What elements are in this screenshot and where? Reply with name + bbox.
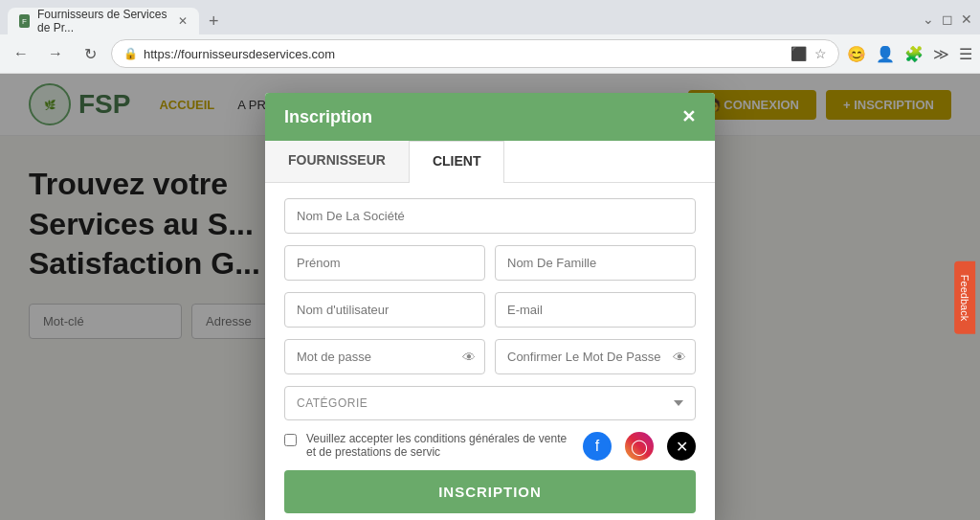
modal-overlay: Inscription ✕ FOURNISSEUR CLIENT: [0, 74, 980, 520]
restore-icon[interactable]: ◻: [942, 11, 953, 27]
twitter-icon[interactable]: ✕: [667, 432, 696, 461]
close-window-icon[interactable]: ✕: [961, 11, 972, 27]
modal-body: 👁 👁 CATÉGORIE Technologie Commerce Servi…: [265, 183, 715, 520]
categorie-select[interactable]: CATÉGORIE Technologie Commerce Services: [284, 386, 696, 420]
website-background: 🌿 FSP ACCUEIL A PROPOS DE FSP 🧑 CONNEXIO…: [0, 74, 980, 520]
account-icon[interactable]: 👤: [876, 45, 895, 63]
confirmer-input[interactable]: [495, 339, 696, 374]
username-email-row: [284, 292, 696, 328]
social-icons: f ◯ ✕: [583, 432, 696, 461]
extensions-icon[interactable]: 🧩: [904, 45, 924, 63]
submit-button[interactable]: INSCRIPTION: [284, 470, 696, 513]
url-text: https://fournisseurs​deservices.com: [144, 47, 785, 61]
facebook-icon[interactable]: f: [583, 432, 612, 461]
address-bar: ← → ↻ 🔒 https://fournisseurs​deservices.…: [0, 34, 980, 73]
password-toggle-icon[interactable]: 👁: [462, 350, 476, 365]
tab-title: Fournisseurs de Services de Pr...: [37, 8, 170, 34]
menu-icon[interactable]: ☰: [959, 45, 972, 63]
tab-fournisseur[interactable]: FOURNISSEUR: [265, 141, 409, 182]
tab-close-button[interactable]: ✕: [178, 14, 188, 28]
screenshot-icon[interactable]: ⬛: [791, 46, 807, 61]
browser-chrome: F Fournisseurs de Services de Pr... ✕ + …: [0, 0, 980, 74]
password-row: 👁 👁: [284, 339, 696, 374]
profile-icon[interactable]: 😊: [847, 45, 866, 63]
minimize-icon[interactable]: ⌄: [923, 11, 934, 27]
terms-label: Veuillez accepter les conditions général…: [306, 432, 571, 459]
tab-client[interactable]: CLIENT: [409, 141, 505, 183]
modal-title: Inscription: [284, 107, 372, 127]
nom-societe-input[interactable]: [284, 198, 696, 234]
instagram-icon[interactable]: ◯: [625, 432, 654, 461]
browser-tab[interactable]: F Fournisseurs de Services de Pr... ✕: [8, 8, 199, 34]
terms-row: Veuillez accepter les conditions général…: [284, 432, 571, 459]
back-button[interactable]: ←: [8, 40, 34, 67]
bookmark-icon[interactable]: ☆: [814, 46, 827, 61]
modal-tabs: FOURNISSEUR CLIENT: [265, 141, 715, 183]
password-field-wrapper: 👁: [284, 339, 485, 374]
name-row: [284, 245, 696, 281]
forward-button[interactable]: →: [42, 40, 69, 67]
new-tab-button[interactable]: +: [203, 11, 225, 32]
mot-passe-input[interactable]: [284, 339, 485, 374]
tab-bar: F Fournisseurs de Services de Pr... ✕ + …: [0, 0, 980, 34]
email-input[interactable]: [495, 292, 696, 328]
terms-checkbox[interactable]: [284, 434, 297, 446]
tab-favicon: F: [19, 14, 30, 28]
url-bar[interactable]: 🔒 https://fournisseurs​deservices.com ⬛ …: [111, 39, 839, 68]
prenom-input[interactable]: [284, 245, 485, 281]
reload-button[interactable]: ↻: [77, 40, 103, 67]
browser-toolbar-icons: 😊 👤 🧩 ≫ ☰: [847, 45, 972, 63]
lock-icon: 🔒: [123, 47, 138, 60]
url-right-icons: ⬛ ☆: [791, 46, 827, 61]
confirm-password-field-wrapper: 👁: [495, 339, 696, 374]
inscription-modal: Inscription ✕ FOURNISSEUR CLIENT: [265, 93, 715, 520]
modal-close-button[interactable]: ✕: [681, 106, 696, 127]
modal-header: Inscription ✕: [265, 93, 715, 141]
more-icon[interactable]: ≫: [933, 45, 949, 63]
feedback-tab[interactable]: Feedback: [954, 260, 975, 333]
confirm-toggle-icon[interactable]: 👁: [673, 350, 686, 365]
nom-famille-input[interactable]: [495, 245, 696, 281]
tab-window-controls: ⌄ ◻ ✕: [923, 11, 972, 31]
nom-utilisateur-input[interactable]: [284, 292, 485, 328]
